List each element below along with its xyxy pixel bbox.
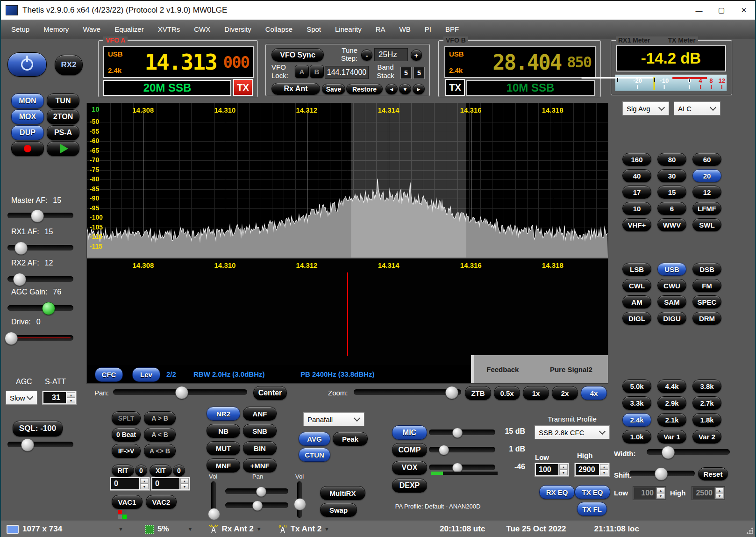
comp-slider[interactable] [429,445,495,454]
zoom-preset-4x[interactable]: 4x [581,386,607,400]
menu-xvtrs[interactable]: XVTRs [158,25,180,33]
lev-button[interactable]: Lev [132,367,160,382]
tx-fl-button[interactable]: TX FL [577,502,607,516]
vfo-a-tx-button[interactable]: TX [233,79,253,96]
filter-low-spinner[interactable]: 100▲▼ [633,486,666,500]
band-wwv[interactable]: WWV [657,218,686,231]
mode-spec[interactable]: SPEC [692,295,721,308]
band-12[interactable]: 12 [692,186,721,199]
band-30[interactable]: 30 [657,169,686,182]
filter-var-2[interactable]: Var 2 [692,430,721,444]
dsp-anf[interactable]: ANF [243,407,277,421]
save-button[interactable]: Save [322,84,345,94]
op-if-v[interactable]: IF->V [112,444,141,458]
waterfall[interactable]: 14.30814.31014.31214.31414.31614.318 [87,258,608,365]
cpu-dropdown-icon[interactable]: ▼ [188,526,193,532]
dup-button[interactable]: DUP [11,125,44,140]
sub-pan-slider[interactable] [225,501,288,509]
menu-wb[interactable]: WB [399,25,411,33]
display-mode-dropdown[interactable]: Panafall [303,412,364,426]
zoom-preset-1x[interactable]: 1x [523,386,549,400]
rx-antenna[interactable]: Rx Ant 2 [221,524,253,534]
band-prev-button[interactable]: ◄ [385,84,398,94]
mode-sam[interactable]: SAM [657,295,686,308]
op-a-b[interactable]: A <> B [144,444,176,458]
mode-lsb[interactable]: LSB [622,263,651,276]
menu-spot[interactable]: Spot [307,25,321,33]
sql-slider[interactable] [7,440,73,449]
play-button[interactable] [47,141,79,156]
vfo-a-display[interactable]: USB2.4k 14.313 000 [103,46,254,78]
dsp-snb[interactable]: SNB [243,424,277,438]
shift-reset-button[interactable]: Reset [698,467,728,480]
filter-1.0k[interactable]: 1.0k [622,430,651,444]
agc-gain-slider[interactable] [7,304,73,312]
comp-button[interactable]: COMP [392,443,427,457]
rx-ant-dropdown-icon[interactable]: ▼ [257,526,262,532]
band-20[interactable]: 20 [692,169,721,182]
swap-button[interactable]: Swap [320,503,357,517]
dsp-nr2[interactable]: NR2 [207,407,240,421]
rx2-af-slider[interactable] [7,275,73,283]
vox-button[interactable]: VOX [392,461,427,475]
band-down-button[interactable]: ▼ [399,84,411,94]
power-button[interactable] [7,52,47,77]
ps-a-button[interactable]: PS-A [47,125,79,140]
mode-am[interactable]: AM [622,295,651,308]
spin-up-icon[interactable]: ▲ [67,392,75,398]
tx-low-spinner[interactable]: 100▲▼ [535,463,569,477]
transmit-profile-dropdown[interactable]: SSB 2.8k CFC [535,425,610,439]
multirx-button[interactable]: MultiRX [320,486,365,500]
tx-ant-dropdown-icon[interactable]: ▼ [324,526,329,532]
vac1-button[interactable]: VAC1 [112,495,143,509]
vfo-lock-a-button[interactable]: A [295,65,309,78]
cfc-button[interactable]: CFC [95,367,123,382]
band-160[interactable]: 160 [622,153,651,166]
rx-ant-button[interactable]: Rx Ant [271,83,320,95]
2ton-button[interactable]: 2TON [47,109,79,124]
zoom-preset-2x[interactable]: 2x [552,386,578,400]
rx-meter-mode-dropdown[interactable]: Sig Avg [622,101,669,115]
filter-5.0k[interactable]: 5.0k [622,379,651,393]
record-button[interactable] [11,141,44,156]
tx-antenna[interactable]: Tx Ant 2 [291,524,321,534]
menu-memory[interactable]: Memory [43,25,69,33]
filter-3.3k[interactable]: 3.3k [622,396,651,410]
display-resolution[interactable]: 1077 x 734 [22,524,62,534]
mode-dsb[interactable]: DSB [692,263,721,276]
band-10[interactable]: 10 [622,202,651,215]
dsp-mnf[interactable]: MNF [207,458,240,473]
band-17[interactable]: 17 [622,186,651,199]
filter-2.4k[interactable]: 2.4k [622,413,651,427]
band-swl[interactable]: SWL [692,218,721,231]
minimize-icon[interactable]: — [688,1,710,20]
agc-dropdown[interactable]: Slow [6,391,37,405]
op-splt[interactable]: SPLT [112,411,141,425]
rx2-button[interactable]: RX2 [55,55,83,75]
rx1-pan-slider[interactable] [225,487,288,495]
menu-equalizer[interactable]: Equalizer [114,25,144,33]
xit-zero-button[interactable]: 0 [173,465,185,477]
mode-digu[interactable]: DIGU [657,312,686,325]
drive-slider[interactable] [7,334,73,342]
restore-button[interactable]: Restore [346,84,383,94]
band-lfmf[interactable]: LFMF [692,202,721,215]
menu-setup[interactable]: Setup [11,25,29,33]
tune-step-minus-button[interactable]: - [361,50,372,61]
ctun-button[interactable]: CTUN [299,448,330,462]
vfo-lock-b-button[interactable]: B [310,65,324,78]
mode-fm[interactable]: FM [692,279,721,292]
menu-collapse[interactable]: Collapse [265,25,292,33]
s-att-spinner[interactable]: 31▲▼ [42,391,77,405]
mode-drm[interactable]: DRM [692,312,721,325]
mic-button[interactable]: MIC [392,425,427,440]
filter-4.4k[interactable]: 4.4k [657,379,686,393]
mon-button[interactable]: MON [11,93,44,108]
resize-grip[interactable] [747,528,753,534]
menu-cwx[interactable]: CWX [194,25,210,33]
master-af-slider[interactable] [7,211,73,220]
tune-step-plus-button[interactable]: + [411,50,422,61]
rx1-af-slider[interactable] [7,243,73,252]
op-a-b[interactable]: A > B [144,411,176,425]
center-button[interactable]: Center [253,386,287,400]
